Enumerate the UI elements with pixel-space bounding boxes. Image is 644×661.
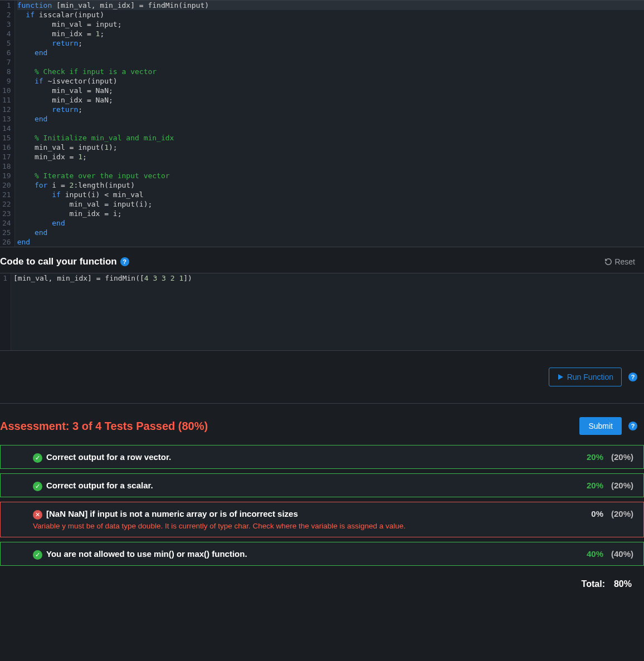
reset-label: Reset <box>614 257 635 266</box>
call-section-header: Code to call your function ? Reset <box>0 247 644 273</box>
submit-button[interactable]: Submit <box>579 417 622 435</box>
code-line[interactable] <box>17 124 644 133</box>
test-row[interactable]: ✓Correct output for a row vector.20%(20%… <box>0 445 644 469</box>
code-line[interactable]: min_idx = 1; <box>17 152 644 161</box>
code-line[interactable]: if isscalar(input) <box>17 10 644 19</box>
code-line[interactable]: min_val = input(i); <box>17 199 644 209</box>
reset-icon <box>604 258 612 266</box>
call-title-text: Code to call your function <box>0 256 117 267</box>
code-line[interactable]: if ~isvector(input) <box>17 76 644 86</box>
code-line[interactable]: end <box>17 218 644 228</box>
check-icon: ✓ <box>33 453 42 463</box>
help-icon[interactable]: ? <box>120 257 129 266</box>
score-weight: (20%) <box>611 452 633 462</box>
code-line[interactable]: min_idx = 1; <box>17 29 644 38</box>
total-value: 80% <box>614 579 632 589</box>
code-line[interactable]: min_val = input; <box>17 19 644 29</box>
test-row[interactable]: ✓Correct output for a scalar.20%(20%) <box>0 473 644 497</box>
check-icon: ✓ <box>33 482 42 491</box>
code-line[interactable]: function [min_val, min_idx] = findMin(in… <box>17 1 644 10</box>
run-button-label: Run Function <box>567 373 613 381</box>
assessment-header: Assessment: 3 of 4 Tests Passed (80%) Su… <box>0 404 644 445</box>
code-line[interactable]: % Check if input is a vector <box>17 67 644 76</box>
help-icon[interactable]: ? <box>628 422 637 430</box>
score-earned: 40% <box>587 549 603 559</box>
code-line[interactable]: % Iterate over the input vector <box>17 171 644 180</box>
total-label: Total: <box>582 579 605 589</box>
call-code-editor[interactable]: 1 [min_val, min_idx] = findMin([4 3 3 2 … <box>0 273 644 351</box>
code-line[interactable]: end <box>17 114 644 124</box>
call-section-title: Code to call your function ? <box>0 256 129 267</box>
assessment-title: Assessment: 3 of 4 Tests Passed (80%) <box>0 420 208 433</box>
code-line[interactable] <box>17 161 644 171</box>
code-line[interactable]: [min_val, min_idx] = findMin([4 3 3 2 1]… <box>13 273 644 283</box>
code-line[interactable]: min_val = input(1); <box>17 143 644 152</box>
score-weight: (20%) <box>611 481 633 490</box>
main-code-editor[interactable]: 1234567891011121314151617181920212223242… <box>0 0 644 247</box>
run-function-button[interactable]: Run Function <box>549 368 622 386</box>
main-code-content[interactable]: function [min_val, min_idx] = findMin(in… <box>15 1 644 247</box>
code-line[interactable]: for i = 2:length(input) <box>17 180 644 190</box>
x-icon: ✕ <box>33 510 42 520</box>
code-line[interactable]: min_idx = NaN; <box>17 95 644 105</box>
test-label: [NaN NaN] if input is not a numeric arra… <box>46 509 298 518</box>
help-icon[interactable]: ? <box>628 373 637 381</box>
reset-button[interactable]: Reset <box>604 257 644 266</box>
test-label: Correct output for a row vector. <box>46 452 171 462</box>
score-earned: 20% <box>587 481 603 490</box>
score-weight: (20%) <box>611 509 633 518</box>
code-line[interactable]: end <box>17 48 644 57</box>
code-line[interactable]: if input(i) < min_val <box>17 190 644 199</box>
test-label: You are not allowed to use min() or max(… <box>46 549 247 559</box>
check-icon: ✓ <box>33 550 42 560</box>
score-weight: (40%) <box>611 549 633 559</box>
test-results-list: ✓Correct output for a row vector.20%(20%… <box>0 445 644 566</box>
test-error-message: Variable y must be of data type double. … <box>33 522 633 530</box>
main-gutter: 1234567891011121314151617181920212223242… <box>0 1 15 247</box>
test-label: Correct output for a scalar. <box>46 481 153 490</box>
play-icon <box>557 374 564 380</box>
run-row: Run Function ? <box>0 351 644 404</box>
call-gutter: 1 <box>0 273 11 350</box>
code-line[interactable]: min_val = NaN; <box>17 86 644 95</box>
score-earned: 0% <box>591 509 603 518</box>
test-row[interactable]: ✓You are not allowed to use min() or max… <box>0 542 644 566</box>
code-line[interactable]: end <box>17 237 644 247</box>
call-code-content[interactable]: [min_val, min_idx] = findMin([4 3 3 2 1]… <box>11 273 644 350</box>
total-row: Total: 80% <box>0 570 644 603</box>
code-line[interactable]: % Initialize min_val and min_idx <box>17 133 644 143</box>
code-line[interactable] <box>17 57 644 67</box>
code-line[interactable]: min_idx = i; <box>17 209 644 218</box>
code-line[interactable]: return; <box>17 105 644 114</box>
code-line[interactable]: return; <box>17 38 644 48</box>
code-line[interactable]: end <box>17 228 644 237</box>
test-row[interactable]: ✕[NaN NaN] if input is not a numeric arr… <box>0 502 644 537</box>
score-earned: 20% <box>587 452 603 462</box>
